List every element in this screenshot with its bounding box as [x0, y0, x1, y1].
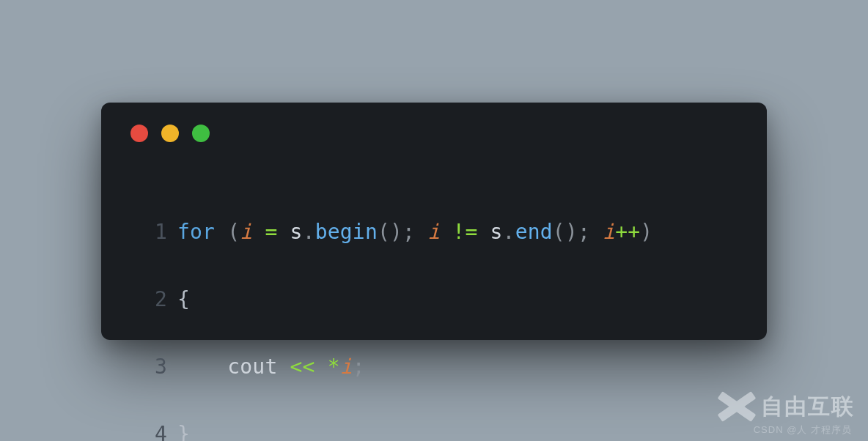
- paren-open: (: [227, 220, 240, 244]
- method-end: end: [515, 220, 553, 244]
- line-number: 3: [126, 350, 167, 384]
- line-number: 2: [126, 283, 167, 316]
- paren-close: ): [640, 220, 652, 244]
- brace-open: {: [177, 287, 190, 311]
- operator-assign: =: [265, 220, 277, 244]
- line-number: 1: [126, 215, 167, 249]
- watermark-attribution: CSDN @人 才程序员: [754, 423, 852, 437]
- code-line-1: 1for (i = s.begin(); i != s.end(); i++): [126, 215, 742, 249]
- line-number: 4: [126, 418, 167, 441]
- watermark-brand: 自由互联: [720, 390, 855, 423]
- keyword-for: for: [177, 220, 215, 244]
- code-line-3: 3 cout << *i;: [126, 350, 742, 384]
- brand-x-icon: [720, 390, 754, 423]
- variable-i: i: [240, 220, 252, 244]
- maximize-icon[interactable]: [192, 125, 210, 142]
- close-icon[interactable]: [130, 125, 148, 142]
- code-line-2: 2{: [126, 283, 742, 316]
- window-controls: [130, 125, 742, 142]
- variable-i: i: [340, 355, 353, 379]
- brand-text: 自由互联: [761, 392, 855, 422]
- semicolon: ;: [578, 220, 590, 244]
- variable-s: s: [490, 220, 503, 244]
- identifier-cout: cout: [227, 355, 277, 379]
- brace-close: }: [177, 422, 190, 441]
- method-begin: begin: [315, 220, 378, 244]
- operator-increment: ++: [615, 220, 640, 244]
- variable-s: s: [290, 220, 303, 244]
- code-line-4: 4}: [126, 418, 742, 441]
- dot-operator: .: [503, 220, 515, 244]
- variable-i: i: [603, 220, 615, 244]
- operator-lshift: <<: [290, 355, 315, 379]
- semicolon: ;: [353, 355, 365, 379]
- code-block: 1for (i = s.begin(); i != s.end(); i++) …: [126, 182, 742, 441]
- operator-deref: *: [328, 355, 340, 379]
- operator-neq: !=: [452, 220, 477, 244]
- code-window: 1for (i = s.begin(); i != s.end(); i++) …: [101, 103, 767, 340]
- minimize-icon[interactable]: [161, 125, 179, 142]
- semicolon: ;: [402, 220, 415, 244]
- variable-i: i: [427, 220, 440, 244]
- dot-operator: .: [303, 220, 315, 244]
